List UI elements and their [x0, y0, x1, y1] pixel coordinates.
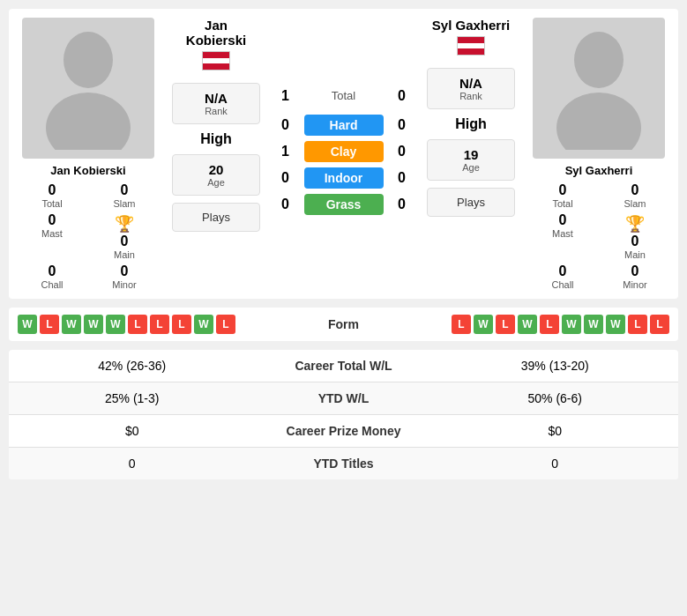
clay-left: 1 — [273, 144, 299, 160]
player2-high-label: High — [455, 116, 487, 132]
player2-flag — [457, 36, 485, 56]
grass-right: 0 — [389, 197, 415, 212]
player2-stats: 0 Total 0 Slam 0 Mast 🏆 0 Main 0 — [528, 182, 669, 290]
prize-left: $0 — [9, 415, 256, 447]
player1-rank-label: Rank — [185, 106, 247, 116]
ytd-wl-left: 25% (1-3) — [9, 382, 256, 414]
prize-label: Career Prize Money — [256, 415, 432, 447]
player1-chall-cell: 0 Chall — [18, 263, 86, 290]
form-badge: W — [18, 315, 37, 334]
surface-hard-row: 0 Hard 0 — [265, 115, 422, 136]
form-badge: W — [84, 315, 103, 334]
player2-rank-value: N/A — [440, 76, 502, 91]
hard-badge: Hard — [304, 115, 384, 136]
player2-name: Syl Gaxherri — [565, 164, 633, 177]
player1-center-name: Jan Kobierski — [186, 18, 246, 48]
form-badge: W — [62, 315, 81, 334]
form-badge: L — [628, 315, 647, 334]
career-wl-row: 42% (26-36) Career Total W/L 39% (13-20) — [9, 350, 678, 382]
player2-total-value: 0 — [559, 182, 567, 198]
player2-minor-label: Minor — [623, 279, 647, 290]
player2-minor-value: 0 — [631, 263, 639, 279]
player2-trophy-icon: 🏆 — [625, 214, 645, 234]
player1-mast-value: 0 — [49, 212, 56, 228]
grass-badge: Grass — [304, 194, 384, 215]
surface-clay-row: 1 Clay 0 — [265, 141, 422, 162]
indoor-badge: Indoor — [304, 167, 384, 189]
player2-chall-label: Chall — [551, 279, 573, 290]
player1-total-label: Total — [41, 198, 62, 209]
total-left: 1 — [273, 88, 299, 104]
svg-point-2 — [574, 32, 624, 88]
surface-total-row: 1 Total 0 — [265, 88, 422, 104]
player2-center-info: Syl Gaxherri N/A Rank High 19 Age Plays — [422, 9, 519, 299]
flag2-strip-mid — [458, 43, 484, 49]
player1-form-badges: WLWWWLLLWL — [18, 315, 235, 334]
clay-right: 0 — [389, 144, 415, 160]
player2-mast-value: 0 — [559, 212, 567, 228]
player2-mast-cell: 0 Mast — [528, 212, 597, 260]
flag2-strip-top — [458, 37, 484, 43]
surface-indoor-row: 0 Indoor 0 — [265, 167, 422, 189]
form-badge: W — [584, 315, 603, 334]
player1-rank-value: N/A — [185, 91, 247, 106]
form-badge: L — [452, 315, 471, 334]
svg-point-1 — [46, 93, 131, 150]
player2-total-cell: 0 Total — [528, 182, 597, 209]
form-badge: L — [540, 315, 559, 334]
titles-row: 0 YTD Titles 0 — [9, 448, 678, 479]
player2-mast-label: Mast — [552, 228, 573, 239]
form-badge: L — [172, 315, 191, 334]
player2-main-cell: 🏆 0 Main — [601, 212, 669, 260]
hard-right: 0 — [389, 117, 415, 133]
titles-left: 0 — [9, 448, 256, 479]
player1-minor-value: 0 — [121, 263, 129, 279]
form-badge: W — [106, 315, 125, 334]
form-section: WLWWWLLLWL Form LWLWLWWWLL — [9, 308, 678, 341]
player1-flag — [202, 51, 230, 71]
player2-rank-box: N/A Rank — [427, 68, 515, 109]
player1-minor-cell: 0 Minor — [90, 263, 159, 290]
clay-badge: Clay — [304, 141, 384, 162]
player1-slam-cell: 0 Slam — [90, 182, 159, 209]
form-badge: W — [562, 315, 581, 334]
flag-strip-bot — [203, 63, 229, 70]
player1-total-value: 0 — [49, 182, 56, 198]
hard-left: 0 — [273, 117, 299, 133]
main-container: Jan Kobierski 0 Total 0 Slam 0 Mast 🏆 0 — [0, 0, 687, 488]
player2-age-box: 19 Age — [427, 139, 515, 181]
career-wl-label: Career Total W/L — [256, 350, 432, 382]
player1-total-cell: 0 Total — [18, 182, 86, 209]
player2-minor-cell: 0 Minor — [601, 263, 669, 290]
surface-area: 1 Total 0 0 Hard 0 1 Clay 0 0 Indoor 0 0 — [265, 9, 422, 299]
form-badge: L — [650, 315, 669, 334]
player2-form-badges: LWLWLWWWLL — [452, 315, 669, 334]
player1-main-cell: 🏆 0 Main — [90, 212, 159, 260]
surface-grass-row: 0 Grass 0 — [265, 194, 422, 215]
form-label: Form — [309, 317, 379, 331]
player2-main-value: 0 — [631, 234, 639, 249]
player2-chall-value: 0 — [559, 263, 567, 279]
form-badge: W — [518, 315, 537, 334]
career-wl-left: 42% (26-36) — [9, 350, 256, 382]
titles-right: 0 — [432, 448, 679, 479]
ytd-wl-label: YTD W/L — [256, 382, 432, 414]
player2-main-label: Main — [624, 249, 646, 260]
svg-point-0 — [63, 32, 113, 88]
form-badge: L — [40, 315, 59, 334]
player1-plays-label: Plays — [185, 211, 247, 224]
player1-plays-box: Plays — [172, 203, 260, 232]
player2-card: Syl Gaxherri 0 Total 0 Slam 0 Mast 🏆 0 — [519, 9, 678, 299]
player1-stats: 0 Total 0 Slam 0 Mast 🏆 0 Main 0 — [18, 182, 159, 290]
player2-rank-label: Rank — [440, 91, 502, 101]
player-comparison: Jan Kobierski 0 Total 0 Slam 0 Mast 🏆 0 — [9, 9, 678, 299]
player2-age-value: 19 — [440, 147, 502, 162]
ytd-wl-row: 25% (1-3) YTD W/L 50% (6-6) — [9, 382, 678, 415]
prize-right: $0 — [432, 415, 679, 447]
player1-chall-label: Chall — [41, 279, 63, 290]
player1-rank-box: N/A Rank — [172, 83, 260, 124]
player1-mast-cell: 0 Mast — [18, 212, 86, 260]
player1-main-label: Main — [114, 249, 135, 260]
flag-strip-top — [203, 52, 229, 58]
form-badge: W — [606, 315, 625, 334]
